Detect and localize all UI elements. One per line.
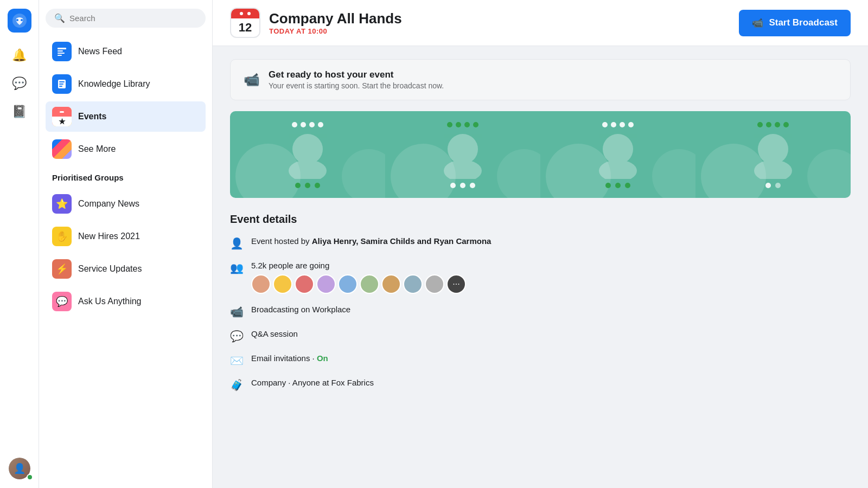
avatar-3 <box>295 274 314 294</box>
banner-cell-4 <box>695 111 851 198</box>
sidebar-item-company-news[interactable]: ⭐ Company News <box>46 189 206 219</box>
svg-point-12 <box>289 160 327 179</box>
dot <box>305 183 310 188</box>
dot <box>620 122 625 127</box>
online-status-dot <box>27 474 33 480</box>
svg-rect-10 <box>59 86 62 87</box>
dot <box>470 183 475 188</box>
search-icon: 🔍 <box>54 13 65 23</box>
dot <box>765 183 771 188</box>
calendar-day: 12 <box>239 18 252 37</box>
sidebar-item-service-updates[interactable]: ⚡ Service Updates <box>46 254 206 284</box>
dot <box>301 122 306 127</box>
svg-point-14 <box>444 160 482 179</box>
broadcast-btn-label: Start Broadcast <box>769 17 838 28</box>
avatar-2 <box>273 274 292 294</box>
banner-bottom-dots-4 <box>765 183 781 188</box>
ask-us-anything-label: Ask Us Anything <box>78 297 142 306</box>
banner-cell-1 <box>230 111 385 198</box>
host-detail-row: 👤 Event hosted by Aliya Henry, Samira Ch… <box>230 236 851 250</box>
event-details-title: Event details <box>230 213 851 226</box>
start-broadcast-button[interactable]: 📹 Start Broadcast <box>739 10 851 36</box>
svg-rect-5 <box>58 53 65 54</box>
header-left: 12 Company All Hands TODAY AT 10:00 <box>230 8 402 38</box>
search-bar[interactable]: 🔍 <box>46 9 206 28</box>
banner-bottom-dots-1 <box>295 183 320 188</box>
broadcast-notice: 📹 Get ready to host your event Your even… <box>230 59 851 100</box>
svg-point-2 <box>21 19 23 21</box>
broadcast-notice-subtitle: Your event is starting soon. Start the b… <box>269 81 444 90</box>
attendees-info: 5.2k people are going ··· <box>251 261 466 294</box>
banner-cell-2 <box>385 111 540 198</box>
dot <box>295 183 301 188</box>
dot <box>450 183 456 188</box>
service-updates-label: Service Updates <box>78 264 142 274</box>
host-icon: 👤 <box>230 237 244 250</box>
sidebar-item-ask-us-anything[interactable]: 💬 Ask Us Anything <box>46 286 206 317</box>
sidebar-item-news-feed[interactable]: News Feed <box>46 36 206 67</box>
dot <box>460 183 465 188</box>
see-more-label: See More <box>78 144 116 154</box>
svg-rect-6 <box>58 55 62 56</box>
avatar-8 <box>403 274 423 294</box>
event-banner <box>230 111 851 198</box>
knowledge-library-label: Knowledge Library <box>78 79 150 89</box>
attendees-icon: 👥 <box>230 261 244 274</box>
dot <box>757 122 763 127</box>
dot <box>602 122 608 127</box>
svg-point-1 <box>16 19 18 21</box>
workplace-logo[interactable] <box>8 9 31 33</box>
svg-rect-8 <box>59 81 65 82</box>
new-hires-icon: ✋ <box>52 227 72 246</box>
broadcast-notice-icon: 📹 <box>244 72 260 87</box>
sidebar-icon-notebook[interactable]: 📓 <box>8 100 31 124</box>
dot <box>318 122 323 127</box>
company-access-icon: 🧳 <box>230 378 244 391</box>
avatar-more: ··· <box>446 274 466 294</box>
dot <box>605 183 611 188</box>
dot <box>447 122 452 127</box>
host-names: Aliya Henry, Samira Childs and Ryan Carm… <box>312 236 492 246</box>
dot <box>775 183 781 188</box>
broadcasting-detail-row: 📹 Broadcasting on Workplace <box>230 305 851 318</box>
sidebar-item-see-more[interactable]: See More <box>46 134 206 164</box>
svg-rect-4 <box>58 50 63 52</box>
event-content: 📹 Get ready to host your event Your even… <box>213 46 868 488</box>
main-content: 12 Company All Hands TODAY AT 10:00 📹 St… <box>213 0 868 488</box>
email-invitations-text: Email invitations · On <box>251 354 328 363</box>
dot <box>473 122 478 127</box>
dot <box>309 122 315 127</box>
sidebar-item-new-hires-2021[interactable]: ✋ New Hires 2021 <box>46 221 206 252</box>
calendar-icon: 12 <box>230 8 260 38</box>
news-feed-label: News Feed <box>78 47 122 56</box>
avatar-1 <box>251 274 271 294</box>
qa-icon: 💬 <box>230 330 244 343</box>
svg-point-16 <box>599 160 637 179</box>
sidebar-icon-chat[interactable]: 💬 <box>8 72 31 95</box>
attendees-count: 5.2k people are going <box>251 261 466 270</box>
dot <box>775 122 780 127</box>
email-icon: ✉️ <box>230 354 244 367</box>
email-invitations-status: On <box>317 354 328 363</box>
dot <box>628 122 634 127</box>
broadcast-notice-title: Get ready to host your event <box>269 69 444 80</box>
event-title: Company All Hands <box>269 10 402 27</box>
avatar-7 <box>381 274 401 294</box>
company-news-icon: ⭐ <box>52 194 72 214</box>
avatar-6 <box>360 274 379 294</box>
sidebar-item-knowledge-library[interactable]: Knowledge Library <box>46 69 206 99</box>
dot <box>625 183 630 188</box>
banner-cell-3 <box>540 111 695 198</box>
event-info: Company All Hands TODAY AT 10:00 <box>269 10 402 35</box>
dot <box>315 183 320 188</box>
company-access-detail-row: 🧳 Company · Anyone at Fox Fabrics <box>230 378 851 391</box>
sidebar-icon-bell[interactable]: 🔔 <box>8 43 31 67</box>
search-input[interactable] <box>69 14 197 23</box>
sidebar-item-events[interactable]: ★ Events <box>46 101 206 132</box>
news-feed-icon <box>52 42 72 61</box>
banner-bottom-dots-3 <box>605 183 630 188</box>
svg-point-13 <box>448 134 478 164</box>
avatar-9 <box>425 274 444 294</box>
broadcasting-text: Broadcasting on Workplace <box>251 305 350 314</box>
svg-rect-9 <box>59 84 63 85</box>
